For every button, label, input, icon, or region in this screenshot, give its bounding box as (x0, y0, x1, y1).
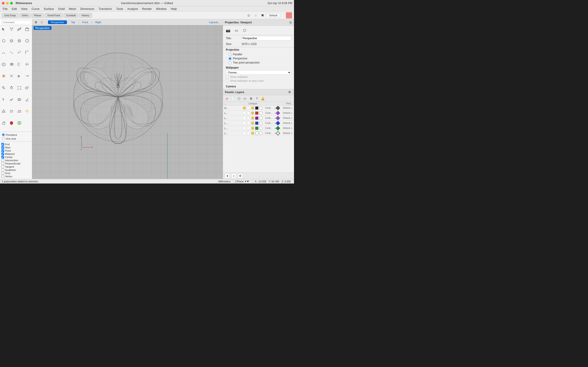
snap-point-checkbox[interactable] (1, 149, 4, 152)
tool-trim[interactable] (24, 61, 30, 67)
menu-solid[interactable]: Solid (56, 7, 67, 11)
tool-text[interactable]: T (0, 96, 7, 103)
properties-gear-icon[interactable]: ⚙ (289, 21, 292, 24)
oneshot-label[interactable]: One shot (6, 137, 16, 140)
snap-end-label[interactable]: End (5, 143, 10, 146)
tool-analyze-circle[interactable] (16, 120, 23, 126)
minimize-button[interactable] (6, 2, 9, 5)
tool-transform[interactable] (24, 85, 30, 91)
snap-knot-label[interactable]: Knot (5, 172, 10, 175)
show-gray-checkbox[interactable] (226, 79, 229, 82)
command-input[interactable] (1, 20, 31, 24)
menu-mesh[interactable]: Mesh (67, 7, 78, 11)
layer-icon-2[interactable]: 📄 (230, 96, 235, 101)
prop-title-input[interactable] (242, 36, 291, 41)
layer-icon-6[interactable]: ? (254, 96, 259, 101)
layer-color-4[interactable] (255, 127, 258, 130)
tool-draft[interactable] (24, 96, 30, 103)
tool-cage[interactable] (16, 85, 23, 91)
tool-surface[interactable] (0, 61, 7, 67)
snap-perpendicular-checkbox[interactable] (1, 162, 4, 165)
grid-snap-button[interactable]: Grid Snap (2, 13, 18, 18)
menu-render[interactable]: Render (140, 7, 154, 11)
show-wallpaper-checkbox[interactable] (226, 75, 229, 78)
tool-star[interactable] (0, 73, 7, 79)
wallpaper-select[interactable]: Choose... (226, 70, 291, 75)
layouts-link[interactable]: Layouts... (207, 20, 222, 24)
snap-vertex-checkbox[interactable] (1, 175, 4, 178)
tool-polysurface[interactable] (24, 26, 30, 32)
tool-sphere[interactable] (8, 38, 15, 44)
menu-help[interactable]: Help (169, 7, 179, 11)
menu-curve[interactable]: Curve (30, 7, 41, 11)
planar-button[interactable]: Planar (32, 13, 44, 18)
proj-twopoint-radio[interactable] (229, 61, 232, 64)
snap-near-checkbox[interactable] (1, 146, 4, 149)
layers-gear-icon[interactable]: ⚙ (287, 90, 292, 95)
layer-color-5[interactable] (255, 132, 258, 135)
layer-color-0[interactable] (255, 106, 258, 110)
tool-arc[interactable] (0, 49, 7, 56)
tool-shield[interactable] (8, 120, 15, 126)
tool-surface-patch[interactable] (16, 49, 23, 56)
persistent-label[interactable]: Persistent (6, 133, 17, 136)
smarttrack-button[interactable]: SmartTrack (45, 13, 63, 18)
viewport-icon-1[interactable]: ⊙ (246, 13, 251, 18)
oneshot-radio[interactable] (2, 137, 5, 140)
snap-midpoint-label[interactable]: Midpoint (5, 152, 15, 155)
snap-tangent-checkbox[interactable] (1, 165, 4, 168)
tool-lock[interactable] (0, 120, 7, 126)
snap-intersection-checkbox[interactable] (1, 159, 4, 162)
viewport-icon-3[interactable]: ■ (260, 13, 265, 18)
snap-vertex-label[interactable]: Vertex (5, 175, 12, 178)
layer-remove-button[interactable]: − (231, 173, 236, 178)
viewport-grid-icon[interactable]: ⊞ (33, 19, 39, 25)
tool-blend[interactable] (8, 49, 15, 56)
tab-perspective[interactable]: Perspective (48, 20, 67, 24)
viewport-icon-2[interactable]: ○ (253, 13, 258, 18)
gumball-button[interactable]: Gumball (64, 13, 78, 18)
snap-tangent-label[interactable]: Tangent (5, 165, 14, 168)
proj-perspective-label[interactable]: Perspective (233, 57, 247, 60)
proj-perspective-radio[interactable] (229, 57, 232, 60)
snap-point-label[interactable]: Point (5, 149, 11, 152)
tool-pipe[interactable] (16, 38, 23, 44)
tool-circle[interactable] (0, 38, 7, 44)
menu-file[interactable]: File (1, 7, 9, 11)
layer-row-5[interactable]: L... Conti... ⬧ Default ◇ (223, 131, 294, 136)
tool-3d-face[interactable] (0, 108, 7, 115)
layer-icon-4[interactable]: ▭ (242, 96, 247, 101)
proj-parallel-radio[interactable] (229, 53, 232, 56)
snap-center-label[interactable]: Center (5, 156, 13, 158)
layer-icon-3[interactable]: ⬡ (236, 96, 242, 101)
layer-settings-button[interactable]: ⚙ (238, 173, 243, 178)
layer-row-0[interactable]: D... Conti... ⬧ Default ◇ (223, 106, 294, 110)
tab-front[interactable]: Front (79, 20, 91, 24)
layer-icon-5[interactable]: 🖥 (248, 96, 253, 101)
tool-light[interactable] (24, 108, 30, 115)
panel-3d-icon[interactable]: ⬡ (242, 27, 248, 33)
snap-near-label[interactable]: Near (5, 146, 10, 149)
tool-mesh-tools[interactable] (16, 108, 23, 115)
history-button[interactable]: History (79, 13, 92, 18)
menu-view[interactable]: View (19, 7, 29, 11)
cplane-select[interactable]: ▾ (244, 180, 250, 183)
viewport-single-icon[interactable]: □ (39, 19, 44, 25)
tool-select[interactable] (0, 26, 7, 32)
layer-icon-1[interactable]: ◈ (225, 96, 229, 101)
tool-revolve[interactable] (16, 61, 23, 67)
snap-center-checkbox[interactable] (1, 156, 4, 158)
right-panel-toggle[interactable] (286, 12, 292, 19)
default-button[interactable]: Default (266, 13, 280, 18)
layer-row-1[interactable]: L... Conti... ⬧ Default ◇ (223, 110, 294, 116)
persistent-radio[interactable] (2, 133, 5, 136)
tool-solid-tools[interactable] (8, 61, 15, 67)
menu-tools[interactable]: Tools (114, 7, 125, 11)
viewport-canvas[interactable]: Perspective (32, 25, 223, 179)
tab-top[interactable]: Top (68, 20, 78, 24)
menu-analyze[interactable]: Analyze (125, 7, 140, 11)
tool-extend[interactable] (24, 73, 30, 79)
proj-twopoint-label[interactable]: Two point perspective (233, 61, 259, 64)
menu-edit[interactable]: Edit (10, 7, 19, 11)
proj-parallel-label[interactable]: Parallel (233, 53, 242, 56)
